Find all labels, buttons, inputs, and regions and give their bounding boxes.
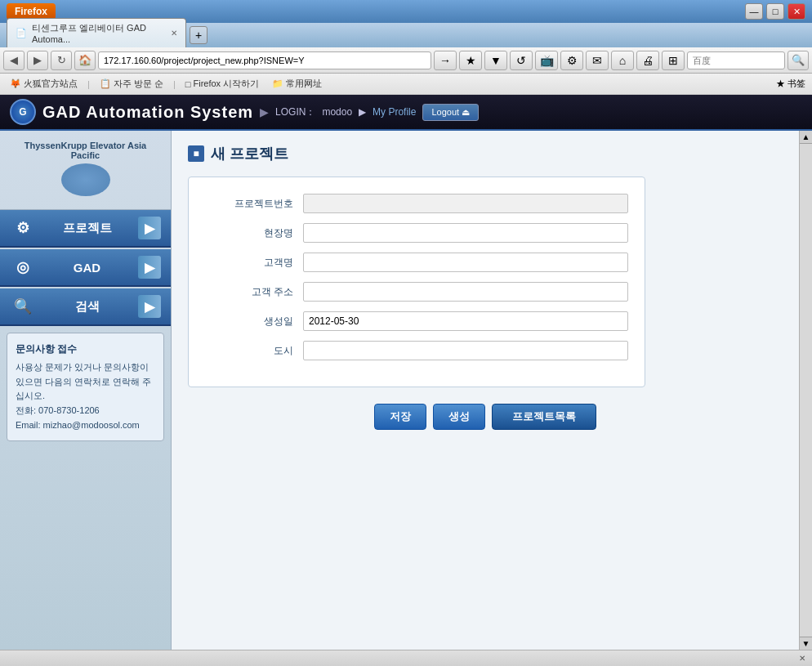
header-separator-1: ▶	[260, 105, 269, 118]
browser-tab[interactable]: 📄 티센그루프 엘리베이터 GAD Automa... ✕	[7, 18, 186, 47]
mail-icon[interactable]: ✉	[586, 51, 609, 70]
form-container: 프로젝트번호 현장명 고객명 고객 주소 생성일	[188, 177, 645, 387]
form-row-city: 도시	[205, 341, 628, 360]
sidebar-item-project[interactable]: ⚙ 프로젝트 ▶	[0, 210, 171, 248]
scrollbar-down-button[interactable]: ▼	[800, 637, 812, 650]
content-area: ■ 새 프로젝트 프로젝트번호 현장명 고객명 고객 주소	[172, 131, 799, 650]
logout-button[interactable]: Logout ⏏	[422, 104, 479, 121]
app-logo: G	[10, 99, 36, 125]
company-globe-graphic	[61, 163, 110, 196]
support-email: Email: mizhao@modoosol.com	[16, 418, 155, 433]
tab-title: 티센그루프 엘리베이터 GAD Automa...	[32, 22, 166, 44]
label-project-number: 프로젝트번호	[205, 197, 303, 211]
sidebar-item-label-project: 프로젝트	[63, 221, 112, 236]
sidebar-item-label-search: 검색	[75, 299, 100, 315]
page-title-icon: ■	[188, 145, 204, 162]
app-header: G GAD Automation System ▶ LOGIN： modoo ▶…	[0, 95, 812, 131]
login-label: LOGIN：	[275, 105, 315, 119]
project-icon: ⚙	[10, 215, 36, 241]
tab-bar: 📄 티센그루프 엘리베이터 GAD Automa... ✕ +	[0, 23, 812, 47]
gad-arrow-icon: ▶	[138, 256, 161, 279]
scrollbar-track	[800, 144, 812, 637]
firefox-menu-button[interactable]: Firefox	[7, 3, 56, 20]
username-display: modoo	[322, 106, 352, 118]
vertical-scrollbar[interactable]: ▲ ▼	[799, 131, 812, 650]
house-icon[interactable]: ⌂	[611, 51, 634, 70]
header-separator-2: ▶	[359, 106, 366, 118]
search-button[interactable]: 🔍	[787, 51, 809, 70]
form-buttons: 저장 생성 프로젝트목록	[188, 404, 783, 430]
input-client-name[interactable]	[303, 253, 628, 272]
new-tab-button[interactable]: +	[190, 26, 207, 44]
close-button[interactable]: ✕	[787, 3, 805, 20]
status-bar: ✕	[0, 650, 812, 666]
project-arrow-icon: ▶	[138, 217, 161, 239]
search-arrow-icon: ▶	[138, 295, 161, 318]
input-project-number[interactable]	[303, 194, 628, 213]
form-row-client-name: 고객명	[205, 253, 628, 272]
form-row-client-address: 고객 주소	[205, 282, 628, 302]
input-creation-date[interactable]	[303, 311, 628, 331]
bookmark-recent[interactable]: 📋 자주 방문 순	[96, 76, 167, 92]
support-box: 문의사항 접수 사용상 문제가 있거나 문의사항이 있으면 다음의 연락처로 연…	[7, 333, 164, 441]
form-row-site-name: 현장명	[205, 223, 628, 243]
go-button[interactable]: →	[434, 51, 457, 70]
app-title: GAD Automation System	[42, 103, 253, 122]
back-button[interactable]: ◀	[3, 51, 25, 70]
reload-icon[interactable]: ↺	[510, 51, 533, 70]
form-row-creation-date: 생성일	[205, 311, 628, 331]
label-site-name: 현장명	[205, 226, 303, 240]
search-input[interactable]	[687, 51, 785, 69]
sidebar-item-search[interactable]: 🔍 검색 ▶	[0, 288, 171, 326]
down-arrow-icon[interactable]: ▼	[484, 51, 507, 70]
bookmark-divider-2: |	[173, 79, 176, 89]
maximize-button[interactable]: □	[766, 3, 784, 20]
sidebar-item-gad[interactable]: ◎ GAD ▶	[0, 249, 171, 287]
sidebar: ThyssenKrupp Elevator Asia Pacific ⚙ 프로젝…	[0, 131, 172, 650]
tab-close-icon[interactable]: ✕	[171, 29, 177, 38]
scrollbar-up-button[interactable]: ▲	[800, 131, 812, 144]
grid-icon[interactable]: ⊞	[662, 51, 685, 70]
support-title: 문의사항 접수	[16, 342, 155, 357]
support-phone: 전화: 070-8730-1206	[16, 404, 155, 418]
input-city[interactable]	[303, 341, 628, 360]
form-row-project-number: 프로젝트번호	[205, 194, 628, 213]
company-name: ThyssenKrupp Elevator Asia Pacific	[10, 141, 161, 160]
minimize-button[interactable]: —	[745, 3, 763, 20]
home-button[interactable]: 🏠	[74, 51, 96, 70]
support-description: 사용상 문제가 있거나 문의사항이 있으면 다음의 연락처로 연락해 주십시오.	[16, 360, 155, 404]
forward-button[interactable]: ▶	[27, 51, 48, 70]
status-right: ✕	[799, 654, 805, 663]
label-city: 도시	[205, 344, 303, 358]
label-creation-date: 생성일	[205, 315, 303, 329]
bookmark-star-icon[interactable]: ★	[459, 51, 482, 70]
bookmark-common[interactable]: 📁 常用网址	[269, 76, 325, 92]
save-button[interactable]: 저장	[374, 404, 426, 430]
bookmarks-bar: 🦊 火狐官方站点 | 📋 자주 방문 순 | □ Firefox 시작하기 📁 …	[0, 74, 812, 95]
bookmarks-manager[interactable]: ★ 书签	[776, 78, 805, 90]
input-site-name[interactable]	[303, 223, 628, 243]
create-button[interactable]: 생성	[433, 404, 485, 430]
label-client-address: 고객 주소	[205, 285, 303, 299]
sidebar-item-label-gad: GAD	[74, 261, 100, 275]
settings-icon[interactable]: ⚙	[560, 51, 583, 70]
print-icon[interactable]: 🖨	[636, 51, 659, 70]
my-profile-link[interactable]: My Profile	[373, 106, 416, 118]
tab-favicon: 📄	[16, 28, 27, 38]
input-client-address[interactable]	[303, 282, 628, 302]
bookmark-start[interactable]: □ Firefox 시작하기	[182, 76, 262, 92]
search-icon: 🔍	[10, 293, 36, 320]
gad-icon: ◎	[10, 254, 36, 280]
company-logo-area: ThyssenKrupp Elevator Asia Pacific	[0, 131, 171, 210]
page-title: ■ 새 프로젝트	[188, 144, 783, 163]
navigation-bar: ◀ ▶ ↻ 🏠 → ★ ▼ ↺ 📺 ⚙ ✉ ⌂ 🖨 ⊞ 🔍	[0, 47, 812, 74]
bookmark-firefox[interactable]: 🦊 火狐官方站点	[7, 76, 81, 92]
refresh-button[interactable]: ↻	[51, 51, 72, 70]
header-nav: LOGIN： modoo ▶ My Profile Logout ⏏	[275, 104, 479, 121]
label-client-name: 고객명	[205, 256, 303, 270]
status-icon-1: ✕	[799, 654, 805, 663]
project-list-button[interactable]: 프로젝트목록	[492, 404, 596, 430]
window-controls: — □ ✕	[745, 3, 805, 20]
screen-icon[interactable]: 📺	[535, 51, 558, 70]
address-bar[interactable]	[98, 51, 431, 69]
